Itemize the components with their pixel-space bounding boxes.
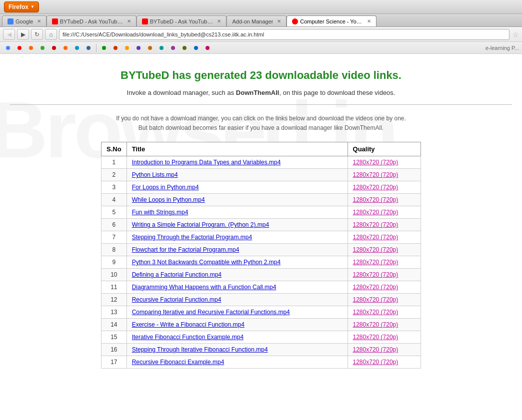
cell-quality: 1280x720 (720p) [348,294,420,306]
video-link[interactable]: Recursive Factorial Function.mp4 [132,296,222,303]
bookmark-16[interactable] [180,43,190,52]
bookmark-5[interactable] [49,43,59,52]
quality-link[interactable]: 1280x720 (720p) [353,309,398,316]
quality-link[interactable]: 1280x720 (720p) [353,246,398,253]
quality-link[interactable]: 1280x720 (720p) [353,259,398,266]
video-link[interactable]: Flowchart for the Factorial Program.mp4 [132,246,240,253]
video-link[interactable]: Iterative Fibonacci Function Example.mp4 [132,334,244,341]
bookmark-13[interactable] [145,43,155,52]
cell-title: Exercise - Write a Fibonacci Function.mp… [126,319,348,331]
subtitle-pre: Invoke a download manager, such as [127,89,236,96]
video-table: S.No Title Quality 1Introduction to Prog… [101,142,421,369]
video-link[interactable]: Comparing Iterative and Recursive Factor… [132,309,290,316]
info-line2: But batch download becomes far easier if… [138,124,384,131]
table-row: 12Recursive Factorial Function.mp41280x7… [102,294,421,306]
quality-link[interactable]: 1280x720 (720p) [353,359,398,366]
url-bar[interactable] [59,29,510,40]
video-link[interactable]: Python Lists.mp4 [132,171,178,178]
quality-link[interactable]: 1280x720 (720p) [353,159,398,166]
subtitle-post: , on this page to download these videos. [279,89,395,96]
tab-label-cs: Computer Science - You... [300,18,363,24]
quality-link[interactable]: 1280x720 (720p) [353,321,398,328]
back-button[interactable]: ◀ [3,29,15,40]
firefox-menu-button[interactable]: Firefox [4,1,39,12]
video-link[interactable]: Stepping Through the Factorial Program.m… [132,234,252,241]
tab-computer-science[interactable]: Computer Science - You... ✕ [286,15,376,26]
cell-title: Python Lists.mp4 [126,169,348,181]
quality-link[interactable]: 1280x720 (720p) [353,234,398,241]
home-button[interactable]: ⌂ [45,29,57,40]
quality-link[interactable]: 1280x720 (720p) [353,221,398,228]
video-link[interactable]: Python 3 Not Backwards Compatible with P… [132,259,280,266]
cell-quality: 1280x720 (720p) [348,244,420,256]
cell-title: Writing a Simple Factorial Program. (Pyt… [126,219,348,231]
bookmark-star[interactable]: ☆ [512,30,519,38]
forward-button[interactable]: ▶ [17,29,29,40]
quality-link[interactable]: 1280x720 (720p) [353,284,398,291]
subtitle-tool: DownThemAll [236,89,280,96]
tab-close-bytubed2[interactable]: ✕ [217,18,221,24]
video-link[interactable]: Defining a Factorial Function.mp4 [132,271,222,278]
tab-addon-manager[interactable]: Add-on Manager ✕ [226,15,286,26]
quality-link[interactable]: 1280x720 (720p) [353,334,398,341]
bookmark-1[interactable] [3,43,13,52]
tab-bytubed2[interactable]: BYTubeD - Ask YouTube t... ✕ [136,15,226,26]
cell-quality: 1280x720 (720p) [348,319,420,331]
cell-quality: 1280x720 (720p) [348,281,420,294]
video-link[interactable]: Fun with Strings.mp4 [132,209,188,216]
bookmarks-overflow[interactable]: e-learning P... [486,45,519,51]
quality-link[interactable]: 1280x720 (720p) [353,171,398,178]
quality-link[interactable]: 1280x720 (720p) [353,346,398,353]
bookmark-4[interactable] [38,43,48,52]
bookmark-9[interactable] [99,43,109,52]
tab-google[interactable]: Google ✕ [2,15,46,26]
cell-quality: 1280x720 (720p) [348,256,420,269]
bookmark-11[interactable] [122,43,132,52]
cell-sno: 13 [102,306,127,319]
quality-link[interactable]: 1280x720 (720p) [353,209,398,216]
table-row: 7Stepping Through the Factorial Program.… [102,231,421,244]
video-link[interactable]: Diagramming What Happens with a Function… [132,284,276,291]
video-link[interactable]: While Loops in Python.mp4 [132,196,205,203]
bookmark-12[interactable] [134,43,144,52]
cell-quality: 1280x720 (720p) [348,169,420,181]
table-row: 13Comparing Iterative and Recursive Fact… [102,306,421,319]
video-link[interactable]: Recursive Fibonacci Example.mp4 [132,359,224,366]
cell-title: Iterative Fibonacci Function Example.mp4 [126,331,348,344]
cell-quality: 1280x720 (720p) [348,231,420,244]
bookmark-14[interactable] [156,43,166,52]
bookmark-15[interactable] [168,43,178,52]
titlebar: Firefox [0,0,522,14]
bookmark-6[interactable] [60,43,70,52]
reload-button[interactable]: ↻ [31,29,43,40]
tab-close-google[interactable]: ✕ [37,18,41,24]
col-header-title: Title [126,142,348,156]
cell-title: Python 3 Not Backwards Compatible with P… [126,256,348,269]
quality-link[interactable]: 1280x720 (720p) [353,271,398,278]
tab-close-cs[interactable]: ✕ [367,18,371,24]
bookmark-10[interactable] [110,43,120,52]
nav-bar: ◀ ▶ ↻ ⌂ ☆ [0,27,522,42]
bookmark-18[interactable] [202,43,212,52]
cell-sno: 17 [102,356,127,369]
cell-title: Introduction to Programs Data Types and … [126,156,348,169]
video-link[interactable]: Writing a Simple Factorial Program. (Pyt… [132,221,270,228]
video-link[interactable]: Stepping Through Iterative Fibonacci Fun… [132,346,268,353]
bookmark-2[interactable] [14,43,24,52]
video-link[interactable]: Exercise - Write a Fibonacci Function.mp… [132,321,244,328]
tab-favicon-bytubed2 [142,18,148,24]
video-link[interactable]: For Loops in Python.mp4 [132,184,199,191]
cell-quality: 1280x720 (720p) [348,206,420,219]
info-block: If you do not have a download manger, yo… [10,114,512,133]
bookmark-8[interactable] [84,43,94,52]
tab-close-bytubed1[interactable]: ✕ [127,18,131,24]
bookmark-3[interactable] [26,43,36,52]
quality-link[interactable]: 1280x720 (720p) [353,184,398,191]
tab-bytubed1[interactable]: BYTubeD - Ask YouTube t... ✕ [46,15,136,26]
bookmark-17[interactable] [191,43,201,52]
bookmark-7[interactable] [72,43,82,52]
video-link[interactable]: Introduction to Programs Data Types and … [132,159,281,166]
tab-close-addon[interactable]: ✕ [277,18,281,24]
quality-link[interactable]: 1280x720 (720p) [353,296,398,303]
quality-link[interactable]: 1280x720 (720p) [353,196,398,203]
